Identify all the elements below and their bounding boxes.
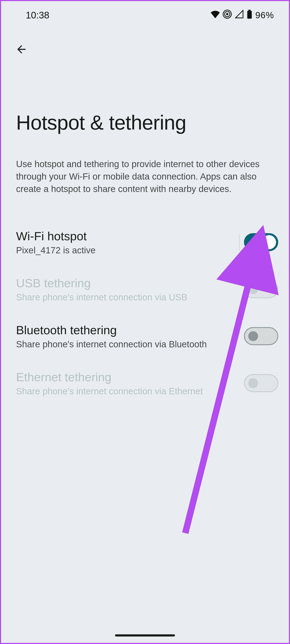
svg-rect-3 <box>247 11 252 19</box>
settings-list: Wi-Fi hotspot Pixel_4172 is active USB t… <box>1 195 289 407</box>
bluetooth-tethering-item[interactable]: Bluetooth tethering Share phone's intern… <box>16 313 278 360</box>
battery-percentage: 96% <box>255 10 274 20</box>
item-subtitle: Pixel_4172 is active <box>16 243 96 256</box>
item-subtitle: Share phone's internet connection via Bl… <box>16 337 207 350</box>
item-subtitle: Share phone's internet connection via US… <box>16 290 187 302</box>
back-button[interactable] <box>12 40 31 60</box>
item-subtitle: Share phone's internet connection via Et… <box>16 384 203 396</box>
toggle-knob <box>248 331 258 341</box>
wifi-hotspot-item[interactable]: Wi-Fi hotspot Pixel_4172 is active <box>16 219 278 266</box>
status-bar: 10:38 96% <box>1 1 289 21</box>
item-title: Ethernet tethering <box>16 370 203 384</box>
item-title: Bluetooth tethering <box>16 323 207 337</box>
wifi-hotspot-toggle[interactable] <box>244 233 278 251</box>
ethernet-tethering-toggle <box>244 374 278 392</box>
bluetooth-tethering-toggle[interactable] <box>244 327 278 345</box>
item-text: Bluetooth tethering Share phone's intern… <box>16 323 207 350</box>
page-description: Use hotspot and tethering to provide int… <box>1 134 289 195</box>
item-text: Wi-Fi hotspot Pixel_4172 is active <box>16 229 96 256</box>
usb-tethering-item: USB tethering Share phone's internet con… <box>16 266 278 313</box>
toggle-knob <box>262 235 276 249</box>
svg-rect-4 <box>249 10 251 11</box>
status-time: 10:38 <box>26 10 49 20</box>
page-title: Hotspot & tethering <box>1 60 289 134</box>
item-title: USB tethering <box>16 276 187 290</box>
toggle-knob <box>248 284 258 294</box>
wifi-icon <box>211 10 220 21</box>
ethernet-tethering-item: Ethernet tethering Share phone's interne… <box>16 360 278 407</box>
screen-frame: 10:38 96% Hotspot & tethering Use <box>0 0 290 644</box>
usb-tethering-toggle <box>244 280 278 298</box>
item-text: Ethernet tethering Share phone's interne… <box>16 370 203 396</box>
item-title: Wi-Fi hotspot <box>16 229 96 243</box>
svg-point-0 <box>226 13 229 16</box>
battery-icon <box>247 10 252 21</box>
app-bar <box>1 21 289 60</box>
hotspot-icon <box>223 10 232 21</box>
status-icons: 96% <box>211 10 274 21</box>
gesture-nav-bar[interactable] <box>115 634 175 636</box>
item-text: USB tethering Share phone's internet con… <box>16 276 187 302</box>
item-divider <box>239 234 240 251</box>
signal-icon <box>235 10 244 21</box>
toggle-knob <box>248 378 258 388</box>
arrow-back-icon <box>15 43 28 56</box>
